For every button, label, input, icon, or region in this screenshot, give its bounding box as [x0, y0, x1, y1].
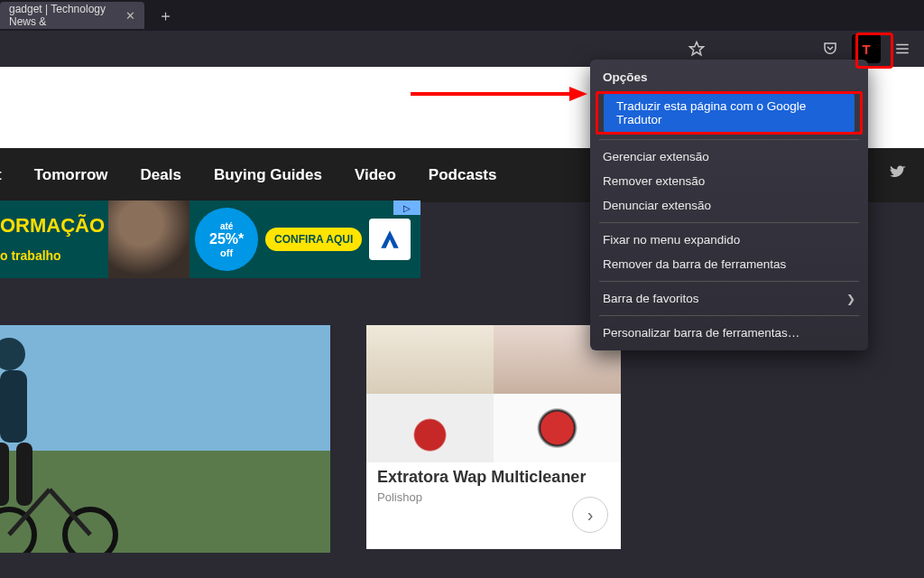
svg-marker-0: [690, 42, 704, 55]
ad-cta-button[interactable]: CONFIRA AQUI: [265, 228, 362, 251]
ad-banner[interactable]: ORMAÇÃO o trabalho até 25%* off CONFIRA …: [0, 200, 420, 278]
menu-item-remove-toolbar[interactable]: Remover da barra de ferramentas: [590, 252, 868, 276]
nav-item[interactable]: Video: [355, 166, 396, 184]
menu-item-translate[interactable]: Traduzir esta página com o Google Tradut…: [604, 94, 855, 132]
annotation-highlight-box: Traduzir esta página com o Google Tradut…: [596, 91, 863, 135]
adchoices-icon[interactable]: ▷: [393, 200, 420, 215]
menu-separator: [599, 315, 859, 316]
menu-item-report-extension[interactable]: Denunciar extensão: [590, 193, 868, 218]
ad-discount-badge: até 25%* off: [195, 208, 258, 271]
browser-tab[interactable]: gadget | Technology News & ✕: [0, 2, 144, 29]
twitter-icon[interactable]: [890, 165, 906, 186]
nav-item[interactable]: Podcasts: [429, 166, 497, 184]
ad-card[interactable]: Extratora Wap Multicleaner Polishop › ▷: [366, 325, 621, 549]
svg-rect-7: [16, 443, 32, 506]
tab-strip: gadget | Technology News & ✕ ＋: [0, 0, 924, 31]
extension-context-menu: Opções Traduzir esta página com o Google…: [590, 60, 868, 350]
menu-header: Opções: [590, 65, 868, 89]
nav-item[interactable]: Tomorrow: [34, 166, 108, 184]
new-tab-button[interactable]: ＋: [152, 2, 179, 29]
menu-item-customize-toolbar[interactable]: Personalizar barra de ferramentas…: [590, 321, 868, 345]
chevron-right-icon[interactable]: ›: [572, 497, 608, 533]
tab-title: gadget | Technology News &: [9, 3, 120, 28]
svg-rect-5: [0, 370, 27, 443]
hamburger-menu-icon[interactable]: [888, 34, 917, 63]
svg-point-8: [0, 509, 34, 553]
chevron-right-icon: ❯: [846, 293, 855, 305]
menu-separator: [599, 139, 859, 140]
nav-item[interactable]: Buying Guides: [214, 166, 322, 184]
menu-item-favorites-bar[interactable]: Barra de favoritos ❯: [590, 286, 868, 311]
menu-item-pin-menu[interactable]: Fixar no menu expandido: [590, 228, 868, 252]
nav-item[interactable]: Deals: [141, 166, 181, 184]
ad-product-images: [366, 325, 621, 462]
ad-sub: o trabalho: [0, 248, 105, 263]
ad-logo-icon: [378, 228, 402, 251]
nav-item[interactable]: t: [0, 166, 2, 184]
ad-person-image: [108, 200, 189, 278]
ad-card-title: Extratora Wap Multicleaner: [366, 462, 621, 487]
menu-separator: [599, 281, 859, 282]
menu-item-remove-extension[interactable]: Remover extensão: [590, 169, 868, 193]
close-icon[interactable]: ✕: [125, 9, 135, 23]
svg-rect-6: [0, 443, 9, 506]
menu-separator: [599, 222, 859, 223]
svg-point-4: [0, 338, 25, 370]
article-hero-image[interactable]: [0, 325, 330, 553]
menu-item-manage-extension[interactable]: Gerenciar extensão: [590, 144, 868, 169]
cyclist-illustration: [0, 327, 126, 553]
ad-headline: ORMAÇÃO: [0, 216, 105, 236]
extension-letter: T: [862, 42, 870, 57]
